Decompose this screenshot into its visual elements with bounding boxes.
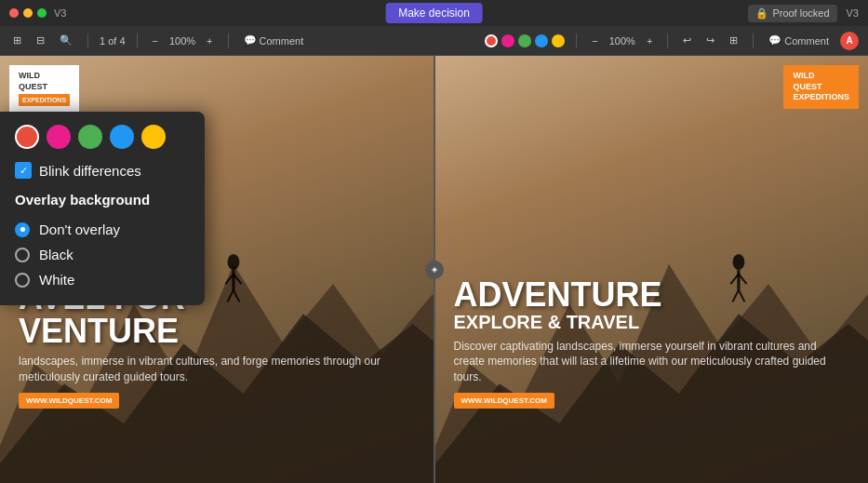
layout-icon[interactable]: ⊞ xyxy=(9,33,25,48)
radio-dont-overlay-label-large: Don't overlay xyxy=(39,221,120,237)
color-blue[interactable] xyxy=(535,34,548,47)
page-navigation: 1 of 4 xyxy=(100,35,126,47)
zoom-level-right: 100% xyxy=(609,35,635,47)
title-bar-right: 🔒 Proof locked V3 xyxy=(748,5,859,22)
divider-handle[interactable]: ◈ xyxy=(425,261,444,279)
large-color-yellow[interactable] xyxy=(141,125,166,149)
color-dots-toolbar xyxy=(485,34,565,47)
undo-icon[interactable]: ↩ xyxy=(679,33,695,48)
right-text-overlay: ADVENTURE EXPLORE & TRAVEL Discover capt… xyxy=(454,278,850,409)
avatar-button[interactable]: A xyxy=(840,32,859,50)
title-bar-center: Make decision xyxy=(385,3,483,23)
right-heading: ADVENTURE xyxy=(454,278,850,312)
left-url: WWW.WILDQUEST.COM xyxy=(19,393,119,409)
divider-6 xyxy=(753,34,754,48)
right-logo-line1: WILD xyxy=(793,71,849,82)
redo-icon[interactable]: ↪ xyxy=(702,33,718,48)
left-heading2: VENTURE xyxy=(19,315,415,348)
right-panel: WILD QUEST EXPEDITIONS ADVENTURE EXPLORE… xyxy=(435,56,869,483)
minimize-button[interactable] xyxy=(23,8,33,18)
color-pink[interactable] xyxy=(501,34,514,47)
large-color-blue[interactable] xyxy=(110,125,134,149)
zoom-out-icon[interactable]: − xyxy=(149,34,162,48)
large-color-dots xyxy=(15,125,190,149)
radio-white-indicator-large xyxy=(15,273,30,288)
color-green[interactable] xyxy=(518,34,531,47)
divider-5 xyxy=(667,34,668,48)
proof-locked-badge: 🔒 Proof locked xyxy=(748,5,836,22)
title-bar: V3 Make decision 🔒 Proof locked V3 xyxy=(0,0,868,26)
right-subheading: EXPLORE & TRAVEL xyxy=(454,312,850,333)
grid-right-icon[interactable]: ⊞ xyxy=(726,33,741,48)
right-logo-box: WILD QUEST EXPEDITIONS xyxy=(783,65,859,109)
radio-black-label-large: Black xyxy=(39,247,73,262)
comment-right-button[interactable]: 💬 Comment xyxy=(765,33,833,48)
toolbar: ⊞ ⊟ 🔍 1 of 4 − 100% + 💬 Comment − 100% +… xyxy=(0,26,868,56)
radio-white-large[interactable]: White xyxy=(15,267,190,292)
blink-differences-row-large[interactable]: ✓ Blink differences xyxy=(15,162,190,179)
color-yellow[interactable] xyxy=(552,34,565,47)
version-left: V3 xyxy=(54,7,66,19)
large-color-pink[interactable] xyxy=(47,125,71,149)
large-color-green[interactable] xyxy=(78,125,102,149)
maximize-button[interactable] xyxy=(37,8,47,18)
right-url: WWW.WILDQUEST.COM xyxy=(454,393,554,409)
divider-2 xyxy=(137,34,138,48)
large-overlay-panel: ✓ Blink differences Overlay background D… xyxy=(0,112,205,305)
svg-point-2 xyxy=(228,254,240,270)
radio-dont-overlay-large[interactable]: Don't overlay xyxy=(15,217,190,242)
large-radio-inner xyxy=(20,227,25,232)
right-panel-image: WILD QUEST EXPEDITIONS ADVENTURE EXPLORE… xyxy=(435,56,869,483)
blink-label-large: Blink differences xyxy=(39,163,141,179)
left-body-text: landscapes, immerse in vibrant cultures,… xyxy=(19,354,415,385)
comment-bubble-right-icon: 💬 xyxy=(768,34,781,47)
color-red[interactable] xyxy=(485,34,498,47)
logo-line2: QUEST xyxy=(19,82,70,93)
logo-line1: WILD xyxy=(19,71,70,82)
comment-left-button[interactable]: 💬 Comment xyxy=(240,33,308,48)
right-logo-line2: QUEST xyxy=(793,82,849,93)
close-button[interactable] xyxy=(9,8,19,18)
zoom-level-left: 100% xyxy=(169,35,195,47)
right-body-text: Discover captivating landscapes, immerse… xyxy=(454,339,850,385)
logo-line3: EXPEDITIONS xyxy=(19,94,70,106)
make-decision-button[interactable]: Make decision xyxy=(385,3,483,23)
divider-4 xyxy=(576,34,577,48)
version-right: V3 xyxy=(847,7,859,19)
radio-white-label-large: White xyxy=(39,272,74,288)
divider-1 xyxy=(87,34,88,48)
lock-icon: 🔒 xyxy=(755,7,768,20)
zoom-in-icon[interactable]: + xyxy=(203,34,216,48)
radio-dont-overlay-indicator-large xyxy=(15,222,30,237)
overlay-bg-label-large: Overlay background xyxy=(15,192,190,208)
large-color-red[interactable] xyxy=(15,125,39,149)
left-logo-box: WILD QUEST EXPEDITIONS xyxy=(9,65,79,112)
radio-black-indicator-large xyxy=(15,248,30,262)
zoom-icon[interactable]: 🔍 xyxy=(56,33,76,48)
grid-icon[interactable]: ⊟ xyxy=(33,33,48,48)
svg-point-10 xyxy=(732,254,744,270)
title-bar-left: V3 xyxy=(9,7,66,19)
zoom-in-right-icon[interactable]: + xyxy=(643,34,656,48)
blink-checkbox-large[interactable]: ✓ xyxy=(15,162,32,179)
radio-black-large[interactable]: Black xyxy=(15,242,190,267)
comment-bubble-icon: 💬 xyxy=(244,34,257,47)
zoom-out-right-icon[interactable]: − xyxy=(588,34,601,48)
panel-divider[interactable]: ◈ xyxy=(434,56,435,483)
window-controls xyxy=(9,8,47,18)
divider-3 xyxy=(228,34,229,48)
right-logo-line3: EXPEDITIONS xyxy=(793,92,849,103)
main-content: WILD QUEST EXPEDITIONS AVEL FOR VENTURE … xyxy=(0,56,868,483)
